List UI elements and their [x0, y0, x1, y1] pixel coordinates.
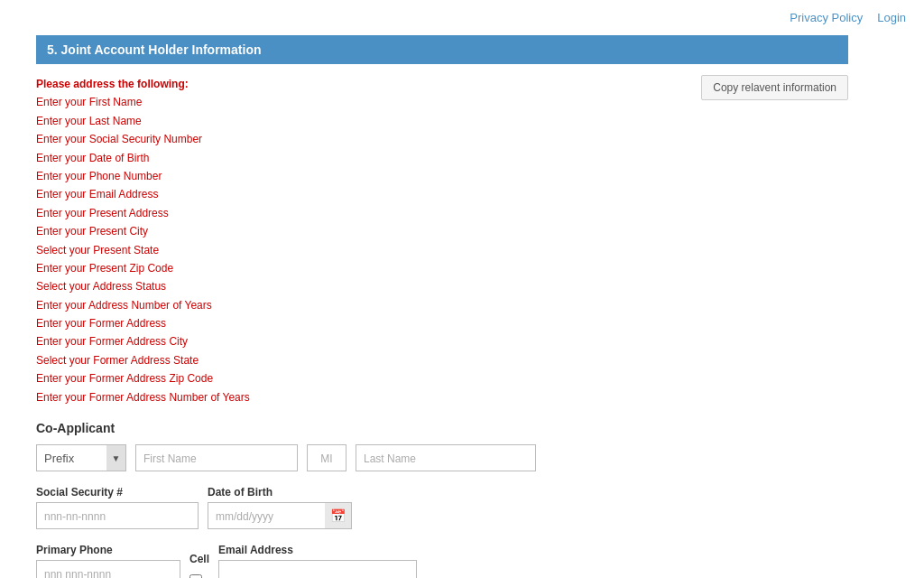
validation-messages: Please address the following: Enter your… [36, 75, 848, 406]
val-msg-16: Enter your Former Address Number of Year… [36, 388, 848, 406]
cell-label: Cell [189, 553, 209, 565]
val-msg-11: Enter your Address Number of Years [36, 296, 848, 314]
phone-email-row: Primary Phone Cell Email Address [36, 544, 848, 578]
val-msg-12: Enter your Former Address [36, 314, 848, 332]
email-label: Email Address [218, 544, 417, 556]
co-applicant-label: Co-Applicant [36, 421, 848, 435]
primary-phone-group: Primary Phone [36, 544, 180, 578]
val-msg-2: Enter your Social Security Number [36, 130, 848, 148]
ssn-input[interactable] [36, 502, 199, 529]
lastname-group [356, 444, 536, 471]
main-content: 5. Joint Account Holder Information Plea… [0, 35, 884, 578]
ssn-label: Social Security # [36, 486, 199, 499]
cell-group: Cell [189, 553, 209, 578]
val-msg-10: Select your Address Status [36, 277, 848, 295]
mi-input[interactable] [307, 444, 346, 471]
primary-phone-label: Primary Phone [36, 544, 180, 556]
name-row: Prefix Mr. Mrs. Ms. Dr. ▼ [36, 444, 848, 471]
validation-block: Please address the following: Enter your… [36, 75, 848, 406]
dob-input[interactable] [208, 502, 325, 529]
section-header: 5. Joint Account Holder Information [36, 35, 848, 64]
copy-button-wrap: Copy relavent information [701, 75, 848, 100]
val-msg-5: Enter your Email Address [36, 185, 848, 203]
lastname-input[interactable] [356, 444, 536, 471]
ssn-group: Social Security # [36, 486, 199, 529]
dob-group: Date of Birth 📅 [208, 486, 352, 529]
val-msg-8: Select your Present State [36, 241, 848, 259]
email-group: Email Address [218, 544, 417, 578]
val-msg-3: Enter your Date of Birth [36, 149, 848, 167]
calendar-button[interactable]: 📅 [325, 502, 352, 529]
prefix-select[interactable]: Prefix Mr. Mrs. Ms. Dr. [36, 444, 126, 471]
login-link[interactable]: Login [877, 11, 906, 24]
firstname-input[interactable] [135, 444, 298, 471]
dob-wrap: 📅 [208, 502, 352, 529]
prefix-wrap: Prefix Mr. Mrs. Ms. Dr. ▼ [36, 444, 126, 471]
prefix-group: Prefix Mr. Mrs. Ms. Dr. ▼ [36, 444, 126, 471]
val-msg-13: Enter your Former Address City [36, 332, 848, 350]
email-input[interactable] [218, 560, 417, 578]
val-msg-7: Enter your Present City [36, 222, 848, 240]
val-msg-14: Select your Former Address State [36, 351, 848, 369]
val-msg-9: Enter your Present Zip Code [36, 259, 848, 277]
copy-relevant-button[interactable]: Copy relavent information [701, 75, 848, 100]
val-msg-6: Enter your Present Address [36, 204, 848, 222]
dob-label: Date of Birth [208, 486, 352, 499]
firstname-group [135, 444, 298, 471]
cell-checkbox[interactable] [189, 574, 202, 578]
mi-group [307, 444, 346, 471]
val-msg-1: Enter your Last Name [36, 112, 848, 130]
ssn-dob-row: Social Security # Date of Birth 📅 [36, 486, 848, 529]
val-msg-15: Enter your Former Address Zip Code [36, 369, 848, 387]
val-msg-4: Enter your Phone Number [36, 167, 848, 185]
primary-phone-input[interactable] [36, 560, 180, 578]
privacy-policy-link[interactable]: Privacy Policy [790, 11, 863, 24]
top-nav: Privacy Policy Login [0, 0, 924, 35]
